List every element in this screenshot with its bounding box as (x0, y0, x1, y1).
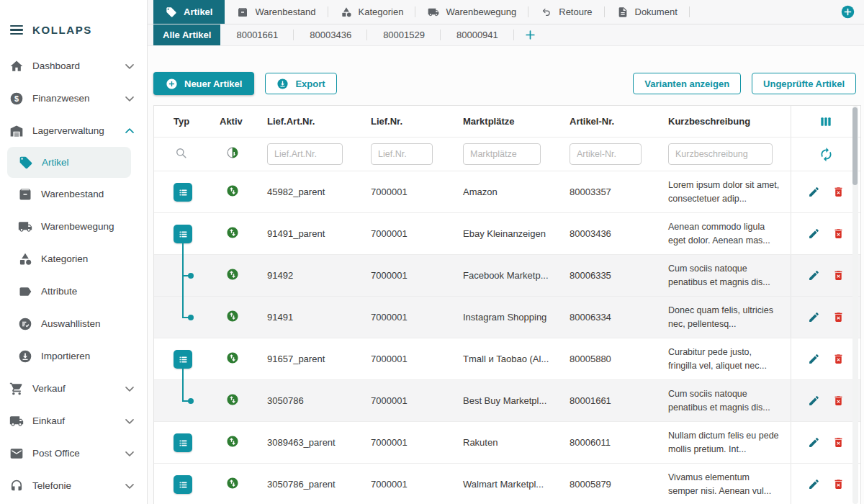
typ-cell (174, 464, 220, 504)
edit-icon[interactable] (807, 478, 820, 491)
article-tab-80001661[interactable]: 80001661 (220, 24, 294, 45)
cell-artikel-nr: 80005879 (570, 479, 668, 490)
active-icon[interactable] (226, 268, 239, 281)
sidebar-item-warenbewegung[interactable]: Warenbewegung (0, 210, 147, 243)
filter-input-marktpl-tze[interactable] (463, 143, 541, 165)
cell-marktplatz: Facebook Marketp... (463, 270, 570, 281)
sidebar-item-auswahllisten[interactable]: Auswahllisten (0, 307, 147, 340)
tab-label: Warenbestand (255, 6, 315, 17)
delete-icon[interactable] (832, 353, 845, 366)
active-icon[interactable] (226, 310, 239, 323)
tab-artikel[interactable]: Artikel (153, 0, 225, 24)
active-filter-icon[interactable] (226, 146, 239, 159)
unchecked-articles-button[interactable]: Ungeprüfte Artikel (752, 73, 856, 94)
delete-icon[interactable] (832, 436, 845, 449)
sidebar-item-dashboard[interactable]: Dashboard (0, 50, 147, 82)
active-icon[interactable] (226, 435, 239, 448)
article-type-icon[interactable] (174, 225, 192, 243)
sidebar-item-telefonie[interactable]: Telefonie (0, 469, 147, 502)
tree-connector (182, 369, 184, 380)
filter-input-kurzbeschreibung[interactable] (668, 143, 773, 165)
filter-cell (668, 143, 791, 165)
cell-artikel-nr: 80003436 (570, 228, 668, 239)
edit-icon[interactable] (807, 395, 820, 408)
sidebar-item-post-office[interactable]: Post Office (0, 437, 147, 469)
sidebar-item-label: Verkauf (32, 383, 66, 394)
filter-input-artikel-nr[interactable] (570, 143, 642, 165)
edit-icon[interactable] (807, 353, 820, 366)
article-tab-80003436[interactable]: 80003436 (294, 24, 367, 45)
add-tab-circle-button[interactable] (841, 5, 855, 19)
article-tab-alle-artikel[interactable]: Alle Artikel (153, 24, 220, 45)
export-label: Export (295, 78, 325, 89)
new-article-button[interactable]: Neuer Artikel (153, 72, 254, 95)
sidebar-item-finanzwesen[interactable]: $Finanzwesen (0, 82, 147, 114)
cell-lief-art-nr: 91657_parent (267, 354, 371, 364)
delete-icon[interactable] (832, 186, 845, 199)
active-icon[interactable] (226, 477, 239, 490)
edit-icon[interactable] (807, 186, 820, 199)
menu-icon[interactable] (10, 23, 23, 37)
add-article-tab-button[interactable] (524, 29, 536, 41)
tab-kategorien[interactable]: Kategorien (328, 0, 416, 24)
cell-lief-art-nr: 3050786_parent (267, 479, 371, 490)
tab-warenbewegung[interactable]: Warenbewegung (415, 0, 528, 24)
sidebar-item-verkauf[interactable]: Verkauf (0, 372, 147, 405)
edit-icon[interactable] (807, 269, 820, 282)
edit-icon[interactable] (807, 311, 820, 324)
headset-icon (9, 478, 24, 493)
delete-icon[interactable] (832, 311, 845, 324)
cell-kurzbeschreibung: Cum sociis natoque penatibus et magnis d… (668, 387, 791, 413)
sidebar-item-einkauf[interactable]: Einkauf (0, 405, 147, 437)
warehouse-icon (9, 123, 24, 138)
article-tab-80000941[interactable]: 80000941 (441, 24, 514, 45)
cell-lief-nr: 7000001 (371, 437, 463, 448)
sidebar-item-artikel[interactable]: Artikel (7, 147, 131, 178)
sidebar-item-importieren[interactable]: Importieren (0, 340, 147, 372)
article-tab-80001529[interactable]: 80001529 (367, 24, 441, 45)
active-icon[interactable] (226, 184, 239, 197)
article-type-icon[interactable] (174, 183, 192, 202)
sidebar-item-attribute[interactable]: Attribute (0, 275, 147, 307)
sidebar-item-kategorien[interactable]: Kategorien (0, 243, 147, 275)
sidebar-item-warenbestand[interactable]: Warenbestand (0, 178, 147, 210)
cell-lief-nr: 7000001 (371, 354, 463, 364)
columns-icon[interactable] (819, 114, 833, 129)
delete-icon[interactable] (832, 269, 845, 282)
tab-dokument[interactable]: Dokument (605, 0, 690, 24)
aktiv-cell (220, 184, 267, 199)
refresh-icon[interactable] (819, 147, 834, 162)
show-variants-button[interactable]: Varianten anzeigen (633, 73, 741, 94)
svg-text:$: $ (14, 94, 18, 103)
cell-artikel-nr: 80006011 (570, 437, 668, 448)
article-type-icon[interactable] (174, 433, 192, 452)
sidebar-item-lagerverwaltung[interactable]: Lagerverwaltung (0, 114, 147, 147)
active-icon[interactable] (226, 351, 239, 364)
chevron-down-icon (122, 413, 137, 428)
edit-icon[interactable] (807, 436, 820, 449)
filter-input-lief-art-nr[interactable] (267, 143, 343, 165)
tab-warenbestand[interactable]: Warenbestand (225, 0, 328, 24)
active-icon[interactable] (226, 393, 239, 406)
table-scrollbar[interactable] (852, 107, 858, 185)
typ-cell (174, 422, 220, 463)
cell-kurzbeschreibung: Donec quam felis, ultricies nec, pellent… (668, 304, 791, 330)
filter-input-lief-nr[interactable] (371, 143, 433, 165)
row-actions (791, 171, 860, 212)
article-type-icon[interactable] (174, 475, 192, 494)
typ-cell (174, 297, 220, 338)
tab-retoure[interactable]: Retoure (528, 0, 604, 24)
edit-icon[interactable] (807, 228, 820, 240)
article-type-icon[interactable] (174, 350, 192, 369)
tab-label: Retoure (559, 6, 592, 17)
active-icon[interactable] (226, 226, 239, 239)
export-button[interactable]: Export (265, 73, 336, 94)
tab-label: Warenbewegung (446, 6, 516, 17)
row-actions (791, 255, 860, 296)
delete-icon[interactable] (832, 395, 845, 408)
aktiv-cell (220, 435, 267, 450)
delete-icon[interactable] (832, 478, 845, 491)
typ-cell (174, 380, 220, 421)
delete-icon[interactable] (832, 228, 845, 240)
category-icon (17, 251, 32, 266)
